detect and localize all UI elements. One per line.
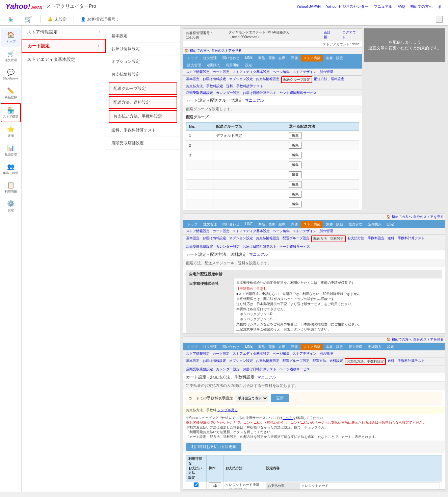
sidebar-item-util[interactable]: 📋 利用明細: [1, 179, 21, 197]
logout-link[interactable]: ログアウト: [342, 30, 359, 40]
simple-view-link[interactable]: シンプル見る: [217, 408, 238, 412]
sub-option-2[interactable]: オプション設定: [228, 235, 254, 242]
nav-link-ma[interactable]: ま: [438, 4, 442, 8]
sub-page-1[interactable]: ページ編集: [271, 69, 291, 75]
link-first-3[interactable]: 🏠 初めての方へ: [387, 337, 412, 342]
edit-btn-2[interactable]: 編集: [289, 142, 302, 149]
sub-basic-2[interactable]: 基本設定: [185, 235, 201, 242]
edit-btn-8[interactable]: 編集: [289, 201, 302, 207]
sub-pickup-2[interactable]: 店頭受取店舗設定: [185, 244, 214, 249]
sub-delivery-test-3[interactable]: お届け日時計算テスト: [241, 367, 278, 372]
link-store-3[interactable]: 自分のストアを見る: [413, 337, 444, 342]
sidebar-item-product[interactable]: ✏️ 商品登録: [1, 84, 21, 102]
fee-update-btn[interactable]: 更新: [271, 394, 289, 402]
tab-line-1[interactable]: LINE: [242, 55, 255, 61]
sub-editor-1[interactable]: ストアエディタ基本設定: [231, 69, 271, 75]
sub-item-basic[interactable]: 基本設定: [106, 30, 180, 43]
sub-design-3[interactable]: ストアデザイン: [291, 351, 318, 356]
sub-calendar-2[interactable]: カレンダー設定: [215, 244, 241, 249]
manual-link-2[interactable]: マニュアル: [249, 252, 268, 257]
tab-review-1[interactable]: 評価: [288, 55, 300, 61]
sub-cart-3[interactable]: カート設定: [211, 351, 231, 356]
tab-line-2[interactable]: LINE: [242, 221, 255, 228]
tab-collect-3[interactable]: 集客・販促: [323, 344, 346, 350]
payment-checkbox[interactable]: [194, 482, 199, 487]
tab-sales-2[interactable]: 販売管理: [346, 221, 365, 228]
edit-btn-5[interactable]: 編集: [289, 171, 302, 178]
tab-order-2[interactable]: 注文管理: [201, 221, 219, 228]
payment-edit-btn[interactable]: 編集: [209, 482, 221, 490]
sub-cart-2[interactable]: カート設定: [211, 228, 231, 234]
manual-link-1[interactable]: マニュアル: [245, 98, 264, 103]
account-link[interactable]: 会計報: [324, 30, 334, 40]
nav-cart-settings[interactable]: カート設定 ›: [22, 39, 106, 53]
edit-btn-7[interactable]: 編集: [289, 191, 302, 198]
edit-btn-1[interactable]: 編集: [289, 132, 302, 139]
sub-design-2[interactable]: ストアデザイン: [291, 228, 318, 234]
sub-payment-method-1[interactable]: お支払方法、手数料設定: [185, 83, 225, 89]
sub-cart-1[interactable]: カート設定: [211, 69, 231, 75]
sidebar-item-sales[interactable]: 📊 販売管理: [1, 142, 21, 159]
sub-pickup-3[interactable]: 店頭受取店舗設定: [185, 367, 214, 372]
tab-product-3[interactable]: 商品・画像・在庫: [256, 344, 288, 350]
sidebar-item-store[interactable]: 🏪 ストア構築: [1, 103, 21, 122]
tab-review-3[interactable]: 評価: [288, 344, 300, 350]
sub-yamato-2[interactable]: ページ遷移サービス: [278, 244, 311, 249]
fee-select[interactable]: 手形設定で表示: [236, 395, 268, 401]
tab-inquiry-3[interactable]: 問い合わせ: [220, 344, 242, 350]
nav-link-biz[interactable]: Yahoo! ビジネスセンター: [326, 4, 368, 8]
sub-delivery-1[interactable]: お届け情報設定: [201, 76, 228, 83]
sub-item-payment-info[interactable]: お支払情報設定: [106, 68, 180, 81]
tab-top-3[interactable]: トップ: [185, 344, 200, 350]
sub-editor-2[interactable]: ストアエディタ基本設定: [231, 228, 271, 234]
sub-store-info-2[interactable]: ストア情報設定: [185, 228, 211, 234]
sub-page-3[interactable]: ページ編集: [271, 351, 291, 356]
tab-settings-3[interactable]: 設定: [385, 344, 397, 350]
tab-inquiry-2[interactable]: 問い合わせ: [220, 221, 242, 228]
tab-store-1[interactable]: ストア構築: [301, 55, 323, 61]
sub-delivery-2[interactable]: お届け情報設定: [201, 235, 228, 242]
link-store-1[interactable]: 自分のストアを見る: [211, 48, 242, 53]
sub-basic-3[interactable]: 基本設定: [185, 358, 201, 365]
sub-method-3[interactable]: 配送方法、送料設定: [311, 358, 344, 365]
sub-group-2[interactable]: 配送グループ設定: [281, 235, 311, 242]
link-first-1[interactable]: 🏠 初めての方へ: [185, 48, 210, 53]
sub-option-1[interactable]: オプション設定: [228, 76, 254, 83]
tab-top-1[interactable]: トップ: [185, 55, 200, 61]
sub-method-1[interactable]: 配送方法、送料設定: [313, 76, 346, 83]
tab-top-2[interactable]: トップ: [185, 221, 200, 228]
nav-store-info[interactable]: ストア情報設定 ›: [22, 26, 106, 39]
nav-link-first[interactable]: 初めての方へ: [410, 4, 432, 8]
tab-store-2[interactable]: ストア構築: [301, 221, 323, 228]
nav-store-editor[interactable]: ストアエディタ基本設定: [22, 53, 106, 66]
tab-order-3[interactable]: 注文管理: [201, 344, 219, 350]
sub-other-3[interactable]: 別の管理: [318, 351, 334, 356]
sub-calendar-1[interactable]: カレンダー設定: [215, 90, 241, 96]
sidebar-item-collect[interactable]: 👥 集客・販促: [1, 160, 21, 178]
link-store-2[interactable]: 自分のストアを見る: [413, 215, 444, 219]
tab-inquiry-1[interactable]: 問い合わせ: [220, 55, 242, 61]
sub-item-shipping-method[interactable]: 配送方法、送料設定: [109, 96, 177, 109]
edit-btn-6[interactable]: 編集: [289, 181, 302, 188]
sub-calc-2[interactable]: 送料、手数料計算テスト: [386, 235, 426, 242]
tab-settings-2[interactable]: 設定: [385, 221, 397, 228]
link-first-2[interactable]: 🏠 初めての方へ: [387, 215, 412, 219]
search-button[interactable]: [436, 16, 443, 23]
sub-calendar-3[interactable]: カレンダー設定: [215, 367, 241, 372]
edit-btn-4[interactable]: 編集: [289, 161, 302, 168]
tab-sales-3[interactable]: 販売管理: [346, 344, 365, 350]
tab-product-2[interactable]: 商品・画像・在庫: [256, 221, 288, 228]
sub-group-1[interactable]: 配送グループ設定: [281, 76, 312, 83]
sub-item-delivery-group[interactable]: 配送グループ設定: [109, 82, 177, 95]
sub-item-calc-test[interactable]: 送料、手数料計算テスト: [106, 124, 180, 137]
shop-icon[interactable]: 🏪: [5, 15, 16, 24]
sub-yamato-1[interactable]: ヤマト運輸配送サービス: [278, 90, 318, 96]
sub-item-payment-method[interactable]: お支払い方法、手数料設定: [109, 110, 177, 123]
sidebar-item-top[interactable]: 🏠 トップ: [1, 28, 21, 47]
nav-link-yahoo[interactable]: Yahoo! JAPAN: [296, 4, 321, 8]
sidebar-item-inquiry[interactable]: 💬 問い合わせ: [1, 66, 21, 84]
sub-payment-1[interactable]: お支払情報設定: [255, 76, 281, 83]
notice-link-1[interactable]: こちら: [283, 416, 293, 420]
tab-collect-1[interactable]: 集客・販促: [323, 55, 346, 61]
sub-yamato-3[interactable]: ページ遷移サービス: [278, 367, 311, 372]
